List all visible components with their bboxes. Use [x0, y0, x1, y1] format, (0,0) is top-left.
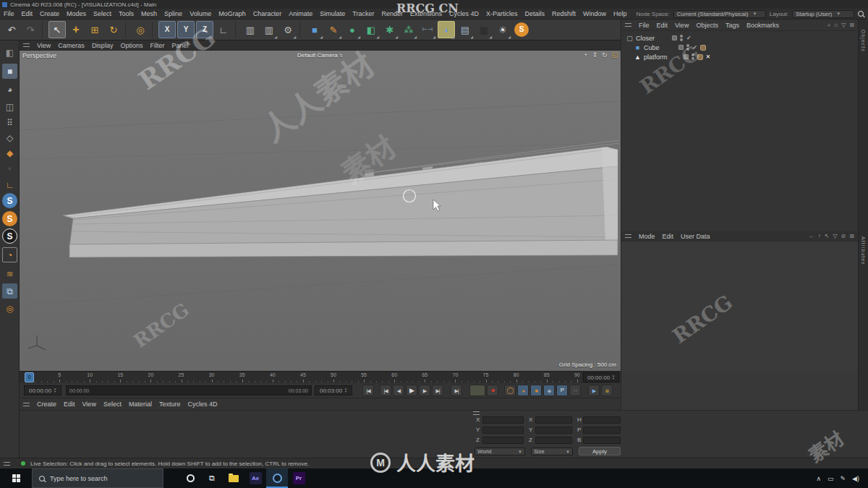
tray-pen-icon[interactable]: ✎	[841, 475, 846, 482]
om-filter-icon[interactable]: ▽	[841, 22, 846, 28]
am-back-icon[interactable]: ←	[809, 233, 814, 239]
quantize-snap-button[interactable]: S	[2, 211, 17, 226]
object-row[interactable]: ▲platform✕	[621, 52, 858, 61]
taskbar-search-input[interactable]: Type here to search	[32, 468, 163, 488]
viewport-pan-icon[interactable]: +	[584, 51, 587, 59]
recent-tool-button[interactable]: ◎	[132, 21, 149, 38]
menu-edit[interactable]: Edit	[60, 401, 79, 408]
menu-help[interactable]: Help	[610, 10, 631, 17]
menu-edit[interactable]: Edit	[18, 10, 37, 17]
om-home-icon[interactable]: ⌂	[834, 22, 838, 28]
autokey-button[interactable]	[469, 385, 485, 396]
snap-settings-button[interactable]: S	[2, 193, 17, 208]
menu-texture[interactable]: Texture	[156, 401, 184, 408]
start-button[interactable]	[0, 468, 32, 488]
tray-display-icon[interactable]: ▭	[827, 475, 834, 482]
layout-dropdown[interactable]: Startup (User)▼	[792, 10, 854, 18]
menu-select[interactable]: Select	[90, 10, 115, 17]
attribute-manager-menu-icon[interactable]	[625, 234, 631, 238]
menu-display[interactable]: Display	[88, 42, 117, 49]
menu-material[interactable]: Material	[125, 401, 156, 408]
size-x-input[interactable]	[535, 416, 572, 424]
menu-simulate[interactable]: Simulate	[316, 10, 349, 17]
next-frame-button[interactable]: ▶	[419, 385, 430, 396]
taskbar-premiere-button[interactable]: Pr	[288, 468, 310, 488]
menu-file[interactable]: File	[0, 10, 18, 17]
light-button[interactable]: ☀◢	[494, 21, 511, 38]
end-time-field[interactable]: 00:03:00▲▼	[315, 385, 352, 395]
viewport-dolly-icon[interactable]: ⇕	[592, 51, 597, 59]
enable-axis-button[interactable]: ∟	[2, 177, 17, 192]
edges-mode-button[interactable]: ◇	[2, 130, 17, 145]
render-picture-viewer-button[interactable]: ▥◢	[260, 21, 278, 38]
record-rotation-toggle[interactable]: ◆	[543, 385, 555, 396]
menu-mode[interactable]: Mode	[635, 233, 659, 240]
visibility-dots[interactable]	[680, 35, 683, 41]
menu-render[interactable]: Render	[378, 10, 407, 17]
deformer-button[interactable]: ◖◢	[438, 21, 455, 38]
menu-objects[interactable]: Objects	[692, 22, 722, 29]
phong-tag-icon[interactable]	[700, 45, 706, 51]
menu-view[interactable]: View	[33, 42, 54, 49]
menu-tags[interactable]: Tags	[722, 22, 743, 29]
object-manager-menu-icon[interactable]	[625, 23, 631, 27]
menu-window[interactable]: Window	[579, 10, 610, 17]
menu-edit[interactable]: Edit	[653, 22, 672, 29]
goto-end-button[interactable]: ▶|	[451, 385, 462, 396]
move-tool[interactable]: +	[67, 21, 85, 38]
environment-button[interactable]: ▤◢	[456, 21, 474, 38]
viewport-3d[interactable]: Perspective Default Camera ⇅ +⇕↻◱ Grid S…	[20, 51, 621, 371]
texture-axis-button[interactable]: ◔	[2, 247, 17, 262]
size-y-input[interactable]	[535, 427, 572, 434]
menu-animate[interactable]: Animate	[285, 10, 316, 17]
taskbar-after-effects-button[interactable]: Ae	[244, 468, 266, 488]
prev-frame-button[interactable]: ◀	[393, 385, 404, 396]
instance-generator-button[interactable]: ◧◢	[362, 21, 380, 38]
undo-button[interactable]: ↶	[3, 21, 20, 38]
tweak-mode-button[interactable]: ▫	[2, 160, 17, 176]
menu-cameras[interactable]: Cameras	[54, 42, 88, 49]
taskbar-cortana-button[interactable]	[179, 468, 201, 488]
current-time-field[interactable]: 00:00:00▲▼	[24, 385, 61, 395]
enable-toggle[interactable]	[672, 35, 677, 40]
layer-browser-button[interactable]: ⧉	[2, 283, 17, 299]
menu-bookmarks[interactable]: Bookmarks	[743, 22, 783, 29]
menu-tools[interactable]: Tools	[115, 10, 137, 17]
sound-toggle-button[interactable]: ≣	[601, 385, 613, 396]
timeline-range-slider[interactable]: 00:00:00 00:03:00	[66, 385, 312, 395]
enable-toggle[interactable]	[678, 45, 684, 50]
menu-extensions[interactable]: Extensions	[407, 10, 446, 17]
record-position-toggle[interactable]: ●	[517, 385, 529, 396]
lock-x-axis-button[interactable]: X	[158, 21, 176, 38]
points-mode-button[interactable]: ⠿	[2, 115, 17, 130]
model-mode-button[interactable]: ■	[2, 64, 17, 79]
viewport-maximize-icon[interactable]: ◱	[611, 51, 618, 59]
coordinate-manager-menu-icon[interactable]	[473, 411, 480, 415]
coordinate-size-dropdown[interactable]: Size▼	[531, 448, 573, 455]
tray-speaker-icon[interactable]: ◀)	[852, 475, 859, 482]
menu-mesh[interactable]: Mesh	[137, 10, 161, 17]
menu-create[interactable]: Create	[36, 10, 63, 17]
spinner-arrows-icon[interactable]: ▲▼	[344, 388, 347, 393]
material-manager-menu-icon[interactable]	[23, 403, 30, 406]
make-editable-button[interactable]: ◧	[2, 45, 17, 60]
position-z-input[interactable]	[482, 437, 524, 444]
menu-cycles-4d[interactable]: Cycles 4D	[446, 10, 482, 17]
node-space-dropdown[interactable]: Current (Standard/Physical)▼	[673, 10, 766, 18]
menu-tracker[interactable]: Tracker	[349, 10, 378, 17]
menu-redshift[interactable]: Redshift	[548, 10, 579, 17]
menu-spline[interactable]: Spline	[161, 10, 186, 17]
menu-character[interactable]: Character	[250, 10, 286, 17]
menu-create[interactable]: Create	[33, 401, 60, 408]
am-panel-icon[interactable]: ⊞	[849, 233, 854, 239]
playback-mode-button[interactable]: ▶	[588, 385, 600, 396]
timeline-ruler[interactable]: 051015202530354045505560657075808590 0 0…	[20, 371, 621, 383]
add-cube-object-button[interactable]: ■◢	[306, 21, 323, 38]
side-tab-objects[interactable]: Objects	[861, 30, 866, 52]
taskbar-taskview-button[interactable]: ⧉	[201, 468, 223, 488]
viewport-menu-icon[interactable]	[23, 43, 30, 47]
coordinate-mode-dropdown[interactable]: World▼	[475, 448, 525, 455]
menu-x-particles[interactable]: X-Particles	[482, 10, 522, 17]
rotation-b-input[interactable]	[583, 437, 621, 444]
apply-button[interactable]: Apply	[579, 447, 621, 455]
